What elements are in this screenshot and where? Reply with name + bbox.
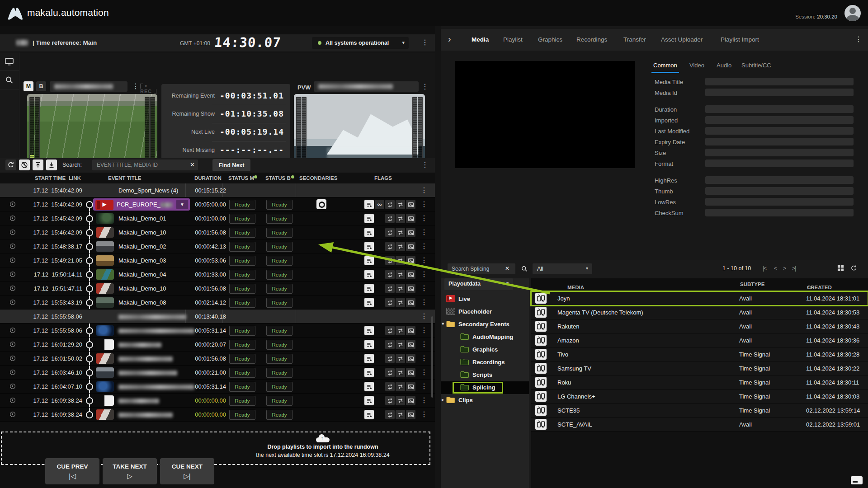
media-id-field[interactable] <box>705 89 854 96</box>
find-next-button[interactable]: Find Next <box>212 159 250 171</box>
flag-loop-icon[interactable] <box>385 228 395 237</box>
flag-playlist-icon[interactable] <box>364 200 374 209</box>
row-kebab-menu[interactable]: ⋮ <box>420 201 428 208</box>
flag-no-image-icon[interactable] <box>406 200 415 209</box>
tab-graphics[interactable]: Graphics <box>538 36 562 43</box>
flag-loop-icon[interactable] <box>385 382 395 391</box>
cue-next-button[interactable]: CUE NEXT▷| <box>160 458 214 484</box>
rundown-group-row[interactable]: 17.12 15:55:58.0600:13:40.18⋮ <box>0 310 435 324</box>
flag-loop-icon[interactable] <box>385 340 395 349</box>
rundown-event-row[interactable]: 17.12 15:40:42.09PCR_EUROPE_▼00:05:00.00… <box>0 197 435 211</box>
timeline-link-node[interactable] <box>86 201 93 208</box>
meta-tab-audio[interactable]: Audio <box>717 62 731 69</box>
monitor-search-button[interactable] <box>0 71 19 89</box>
timeline-link-node[interactable] <box>86 215 93 222</box>
rundown-event-row[interactable]: 17.12 15:55:58.0600:05:31.14ReadyReady⋮ <box>0 324 435 338</box>
tree-item-recordings[interactable]: Recordings <box>441 356 529 369</box>
media-preview-video[interactable] <box>455 61 635 168</box>
thumb-field[interactable] <box>705 187 854 195</box>
rundown-scrollbar[interactable] <box>431 316 433 398</box>
asset-row[interactable]: Samsung TVTime Signal11.04.2024 18:30:22 <box>531 361 868 375</box>
flag-playlist-icon[interactable] <box>364 396 374 405</box>
rundown-group-row[interactable]: 17.12 15:40:42.09Demo_Sport_News (4)00:1… <box>0 183 435 197</box>
timeline-link-node[interactable] <box>86 383 93 390</box>
grid-view-icon[interactable] <box>837 265 844 272</box>
flag-playlist-icon[interactable] <box>364 326 374 335</box>
row-kebab-menu[interactable]: ⋮ <box>420 397 428 404</box>
rundown-event-row[interactable]: 17.12 16:09:38.2400:00:00.00ReadyReady⋮ <box>0 394 435 408</box>
row-kebab-menu[interactable]: ⋮ <box>420 243 428 250</box>
flag-no-image-icon[interactable] <box>406 270 415 279</box>
row-kebab-menu[interactable]: ⋮ <box>420 215 428 222</box>
scroll-to-current-button[interactable] <box>46 160 57 170</box>
next-page-icon[interactable]: > <box>783 265 786 272</box>
scroll-to-top-button[interactable] <box>33 160 43 170</box>
disable-countdown-button[interactable] <box>19 160 30 170</box>
tab-playlist-import[interactable]: Playlist Import <box>721 36 759 43</box>
asset-row[interactable]: TivoTime Signal11.04.2024 18:30:28 <box>531 347 868 361</box>
take-next-button[interactable]: TAKE NEXT▷ <box>103 458 157 484</box>
preview-source-dropdown[interactable] <box>314 81 419 92</box>
rec-indicator[interactable]: ● REC <box>140 83 159 94</box>
row-kebab-menu[interactable]: ⋮ <box>420 341 428 348</box>
flag-loop-icon[interactable] <box>385 410 395 419</box>
meta-tab-subtitle-cc[interactable]: Subtitle/CC <box>741 62 771 69</box>
timeline-link-node[interactable] <box>86 257 93 264</box>
flag-playlist-icon[interactable] <box>364 298 374 307</box>
rundown-search-input[interactable] <box>92 160 198 170</box>
flag-no-image-icon[interactable] <box>406 228 415 237</box>
timeline-link-node[interactable] <box>86 397 93 404</box>
tree-item-graphics[interactable]: Graphics <box>441 343 529 356</box>
timeline-link-node[interactable] <box>86 327 93 334</box>
last-modified-field[interactable] <box>705 127 854 135</box>
rundown-event-row[interactable]: 17.12 15:50:14.11Makalu_Demo_0400:01:33.… <box>0 267 435 282</box>
asset-row[interactable]: SCTE35Time Signal02.12.2022 13:59:14 <box>531 404 868 418</box>
rundown-event-row[interactable]: 17.12 16:04:07.1000:05:31.14ReadyReady⋮ <box>0 380 435 394</box>
flag-playlist-icon[interactable] <box>364 214 374 223</box>
flag-no-image-icon[interactable] <box>406 256 415 265</box>
flag-transition-icon[interactable] <box>396 326 405 335</box>
rundown-event-row[interactable]: 17.12 15:46:42.09Makalu_Demo_1000:01:56.… <box>0 225 435 239</box>
event-dropdown-caret[interactable]: ▼ <box>176 200 188 209</box>
clear-browser-search-icon[interactable]: ✕ <box>505 265 509 272</box>
row-kebab-menu[interactable]: ⋮ <box>420 313 428 320</box>
flag-transition-icon[interactable] <box>396 256 405 265</box>
console-window-icon[interactable] <box>851 476 863 484</box>
flag-playlist-icon[interactable] <box>364 410 374 419</box>
asset-row[interactable]: Magenta TV (Deutsche Telekom)Avail11.04.… <box>531 305 868 319</box>
prev-page-icon[interactable]: < <box>774 265 777 272</box>
search-icon[interactable] <box>521 265 528 272</box>
tree-item-splicing[interactable]: Splicing <box>441 381 529 394</box>
asset-row[interactable]: LG Channels+Time Signal11.04.2024 18:30:… <box>531 389 868 404</box>
chevron-down-icon[interactable]: ▾ <box>442 321 444 327</box>
flag-no-image-icon[interactable] <box>406 340 415 349</box>
flag-playlist-icon[interactable] <box>364 270 374 279</box>
flag-no-image-icon[interactable] <box>406 368 415 377</box>
flag-playlist-icon[interactable] <box>364 256 374 265</box>
flag-transition-icon[interactable] <box>396 242 405 251</box>
row-kebab-menu[interactable]: ⋮ <box>420 383 428 390</box>
highres-field[interactable] <box>705 176 854 184</box>
backup-channel-badge[interactable]: B <box>36 81 46 91</box>
flag-no-image-icon[interactable] <box>406 354 415 363</box>
tab-playlist[interactable]: Playlist <box>503 36 523 43</box>
timeline-link-node[interactable] <box>86 229 93 236</box>
collapse-panel-icon[interactable]: › <box>448 34 451 44</box>
rundown-event-row[interactable]: 17.12 16:01:50.0200:01:56.08ReadyReady⋮ <box>0 352 435 366</box>
tree-item-secondary-events[interactable]: ▾Secondary Events <box>441 318 529 331</box>
rundown-event-row[interactable]: 17.12 15:45:42.09Makalu_Demo_0100:01:00.… <box>0 211 435 225</box>
rundown-toolbar-kebab-menu[interactable]: ⋮ <box>421 161 429 169</box>
row-kebab-menu[interactable]: ⋮ <box>420 187 428 194</box>
tree-item-placeholder[interactable]: Placeholder <box>441 305 529 318</box>
main-channel-badge[interactable]: M <box>24 81 33 91</box>
flag-loop-icon[interactable] <box>385 270 395 279</box>
refresh-button[interactable] <box>5 160 16 170</box>
record-secondary-icon[interactable] <box>316 199 326 209</box>
asset-row[interactable]: AmazonAvail11.04.2024 18:30:36 <box>531 333 868 347</box>
tab-recordings[interactable]: Recordings <box>576 36 607 43</box>
asset-row[interactable]: RakutenAvail11.04.2024 18:30:43 <box>531 319 868 333</box>
preview-player-kebab-menu[interactable]: ⋮ <box>421 83 429 90</box>
flag-loop-icon[interactable] <box>385 368 395 377</box>
asset-row[interactable]: RokuTime Signal11.04.2024 18:30:11 <box>531 375 868 389</box>
flag-playlist-icon[interactable] <box>364 368 374 377</box>
